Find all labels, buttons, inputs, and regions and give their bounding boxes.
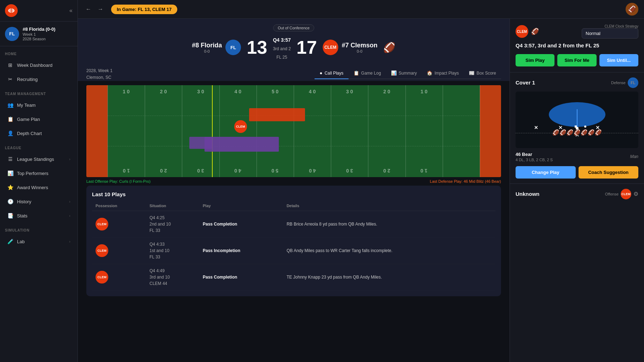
team1-name: #8 Florida bbox=[192, 42, 222, 49]
sidebar-item-label: Game Plan bbox=[17, 117, 70, 122]
sidebar-item-label: Award Winners bbox=[17, 185, 70, 190]
offense-label: Offense bbox=[605, 192, 619, 196]
play-type-cell: Pass Completion bbox=[199, 211, 283, 238]
formation-name: 46 Bear bbox=[516, 152, 553, 157]
sidebar-header: « bbox=[0, 0, 77, 22]
strategy-select[interactable]: Normal Hurry Up Milk Clock bbox=[582, 28, 638, 39]
impact-plays-icon: 🏠 bbox=[427, 70, 432, 76]
game-log-icon: 📋 bbox=[353, 70, 359, 76]
sidebar-item-history[interactable]: 🕐 History › bbox=[2, 195, 75, 208]
sidebar-item-stats[interactable]: 📑 Stats › bbox=[2, 209, 75, 222]
plays-title: Last 10 Plays bbox=[92, 191, 495, 197]
lab-icon: 🧪 bbox=[7, 238, 13, 245]
content-area: Out of Conference #8 Florida 0-0 FL 13 Q… bbox=[78, 19, 644, 362]
team2-score: 17 bbox=[297, 37, 317, 58]
defense-action-buttons: Change Play Coach Suggestion bbox=[516, 166, 638, 179]
sidebar: « FL #8 Florida (0-0) Week 1 2028 Season… bbox=[0, 0, 78, 362]
in-game-badge[interactable]: In Game: FL 13, CLEM 17 bbox=[111, 5, 177, 14]
right-panel: CLEM 🏈 CLEM Clock Strategy Normal Hurry … bbox=[510, 19, 644, 362]
team-badge: CLEM bbox=[96, 271, 108, 284]
summary-icon: 📊 bbox=[391, 70, 397, 76]
sidebar-item-top-performers[interactable]: 📊 Top Performers bbox=[2, 167, 75, 180]
award-winners-icon: ⭐ bbox=[7, 184, 13, 191]
plays-table: Possession Situation Play Details CLEM Q… bbox=[92, 201, 495, 291]
depth-chart-icon: 👤 bbox=[7, 130, 13, 136]
game-type-badge: Out of Conference bbox=[273, 24, 314, 31]
sim-until-button[interactable]: Sim Until... bbox=[599, 54, 638, 66]
secondary-marker-1 bbox=[575, 125, 577, 128]
forward-button[interactable]: → bbox=[96, 5, 105, 13]
chevron-right-icon: › bbox=[69, 199, 70, 204]
sim-play-button[interactable]: Sim Play bbox=[516, 54, 554, 66]
table-row: CLEM Q4 4:493rd and 10CLEM 44 Pass Compl… bbox=[92, 264, 495, 291]
team-profile[interactable]: FL #8 Florida (0-0) Week 1 2028 Season bbox=[0, 22, 77, 46]
sidebar-item-depth-chart[interactable]: 👤 Depth Chart bbox=[2, 127, 75, 140]
sidebar-item-label: Recruiting bbox=[17, 77, 70, 82]
field-lines: 1 0 2 0 3 0 4 0 5 0 4 0 3 0 2 0 1 0 1 0 … bbox=[108, 85, 480, 177]
sim-for-me-button[interactable]: Sim For Me bbox=[557, 54, 596, 66]
team2-badge: CLEM bbox=[323, 40, 338, 55]
back-button[interactable]: ← bbox=[84, 5, 93, 13]
defense-diagram-section: Cover 1 Defense FL ✕ ✕ ✕ bbox=[510, 72, 644, 184]
sidebar-item-league-standings[interactable]: ☰ League Standings › bbox=[2, 152, 75, 166]
nav-buttons: ← → bbox=[84, 5, 105, 13]
tab-impact-plays[interactable]: 🏠 Impact Plays bbox=[422, 68, 464, 79]
call-plays-icon: ● bbox=[320, 70, 322, 76]
sidebar-item-label: Stats bbox=[17, 213, 65, 218]
play-labels: Last Offense Play: Curls (I Form-Pro) La… bbox=[78, 177, 510, 186]
sidebar-item-award-winners[interactable]: ⭐ Award Winners bbox=[2, 181, 75, 194]
tab-summary[interactable]: 📊 Summary bbox=[386, 68, 422, 79]
defense-label-text: Defense bbox=[611, 81, 626, 85]
action-buttons: Sim Play Sim For Me Sim Until... bbox=[516, 54, 638, 66]
change-play-button[interactable]: Change Play bbox=[516, 166, 576, 179]
sidebar-item-label: Depth Chart bbox=[17, 131, 70, 136]
football-field: 1 0 2 0 3 0 4 0 5 0 4 0 3 0 2 0 1 0 1 0 … bbox=[86, 85, 501, 177]
secondary-marker-2 bbox=[584, 125, 586, 128]
table-row: CLEM Q4 4:331st and 10FL 33 Pass Incompl… bbox=[92, 238, 495, 264]
sidebar-item-recruiting[interactable]: ✂ Recruiting bbox=[2, 72, 75, 86]
possession-cell: CLEM bbox=[92, 211, 146, 238]
tab-box-score[interactable]: 📰 Box Score bbox=[464, 68, 501, 79]
clem-strategy-section: CLEM 🏈 CLEM Clock Strategy Normal Hurry … bbox=[510, 19, 644, 72]
sidebar-item-week-dashboard[interactable]: ⊞ Week Dashboard bbox=[2, 58, 75, 72]
defense-play-label: Last Defense Play: 46 Mid Blitz (46 Bear… bbox=[430, 179, 501, 183]
team-season: 2028 Season bbox=[23, 37, 55, 41]
team1-record: 0-0 bbox=[192, 49, 222, 53]
team-name: #8 Florida (0-0) bbox=[23, 27, 55, 32]
team2-score-block: CLEM #7 Clemson 0-0 🏈 bbox=[323, 40, 396, 55]
top-performers-icon: 📊 bbox=[7, 170, 13, 176]
game-state-text: Q4 3:57, 3rd and 2 from the FL 25 bbox=[516, 42, 638, 49]
down-info: 3rd and 2 bbox=[273, 46, 291, 51]
main-area: ← → In Game: FL 13, CLEM 17 🏈 Out of Con… bbox=[78, 0, 644, 362]
col-situation: Situation bbox=[146, 201, 199, 211]
team2-name: #7 Clemson bbox=[342, 42, 378, 49]
center-panel: Out of Conference #8 Florida 0-0 FL 13 Q… bbox=[78, 19, 510, 362]
defense-play-name: Cover 1 bbox=[516, 80, 535, 86]
coach-suggestion-button[interactable]: Coach Suggestion bbox=[579, 166, 639, 179]
clem-position-marker: CLEM bbox=[234, 120, 247, 133]
clem-badge-offense: CLEM bbox=[621, 189, 631, 199]
sidebar-item-game-plan[interactable]: 📋 Game Plan bbox=[2, 112, 75, 126]
team-badge: CLEM bbox=[96, 218, 108, 230]
box-score-icon: 📰 bbox=[469, 70, 475, 76]
details-cell: RB Brice Arreola 8 yd pass from QB Andy … bbox=[283, 211, 495, 238]
sidebar-collapse-button[interactable]: « bbox=[69, 7, 73, 14]
team1-score: 13 bbox=[247, 37, 267, 58]
tab-call-plays[interactable]: ● Call Plays bbox=[315, 68, 348, 79]
details-cell: QB Andy Miles pass to WR Carter Tang fal… bbox=[283, 238, 495, 264]
tab-game-log[interactable]: 📋 Game Log bbox=[349, 68, 386, 79]
coverage-type: Man bbox=[630, 154, 638, 159]
formation-details: 4 DL, 3 LB, 2 CB, 2 S bbox=[516, 158, 553, 162]
gear-icon[interactable]: ⚙ bbox=[633, 191, 638, 197]
quarter-info: Q4 3:57 bbox=[273, 37, 291, 43]
col-possession: Possession bbox=[92, 201, 146, 211]
football-icon[interactable]: 🏈 bbox=[626, 3, 638, 16]
situation-cell: Q4 4:493rd and 10CLEM 44 bbox=[146, 264, 199, 291]
field-container: 1 0 2 0 3 0 4 0 5 0 4 0 3 0 2 0 1 0 1 0 … bbox=[78, 81, 510, 177]
offense-play-label: Last Offense Play: Curls (I Form-Pro) bbox=[86, 179, 150, 183]
sidebar-item-label: My Team bbox=[17, 103, 70, 108]
details-cell: TE Johnny Knapp 23 yd pass from QB Andy … bbox=[283, 264, 495, 291]
col-details: Details bbox=[283, 201, 495, 211]
sidebar-item-my-team[interactable]: 👥 My Team bbox=[2, 98, 75, 112]
sidebar-item-lab[interactable]: 🧪 Lab › bbox=[2, 235, 75, 248]
